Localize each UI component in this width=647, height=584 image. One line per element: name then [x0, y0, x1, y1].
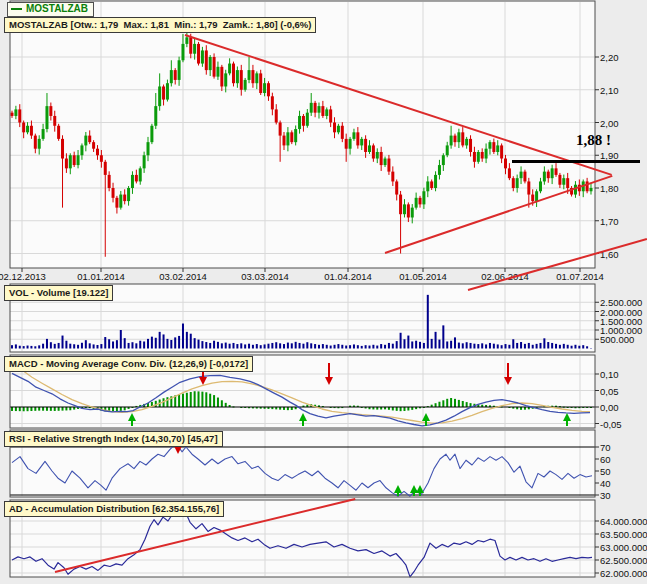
- ad-tick-label: 62.500.000: [600, 555, 647, 566]
- ad-tick-label: 62.000.000: [600, 568, 647, 579]
- ad-panel-label[interactable]: AD - Accumulation Distribution [62.354.1…: [4, 501, 224, 517]
- macd-tick-label: 0,05: [600, 386, 619, 397]
- date-tick-label: 02.12.2013: [0, 271, 46, 282]
- price-tick-label: 2,10: [600, 85, 619, 96]
- price-tick-label: 2,00: [600, 118, 619, 129]
- date-tick-label: 03.02.2014: [159, 271, 207, 282]
- rsi-tick-label: 50: [600, 466, 611, 477]
- volume-panel-label[interactable]: VOL - Volume [19.122]: [4, 285, 113, 301]
- date-tick-label: 03.03.2014: [241, 271, 289, 282]
- date-tick-label: 01.05.2014: [399, 271, 447, 282]
- rsi-tick-label: 60: [600, 454, 611, 465]
- price-tick-label: 1,70: [600, 216, 619, 227]
- legend-box[interactable]: MOSTALZAB: [7, 2, 94, 17]
- date-tick-label: 01.01.2014: [77, 271, 125, 282]
- price-tick-label: 1,80: [600, 183, 619, 194]
- rsi-tick-label: 40: [600, 478, 611, 489]
- price-alert-annotation: 1,88 !: [545, 132, 611, 149]
- rsi-panel-label[interactable]: RSI - Relative Strength Index (14,30,70)…: [4, 431, 223, 447]
- rsi-tick-label: 30: [600, 490, 611, 501]
- ad-tick-label: 63.500.000: [600, 529, 647, 540]
- price-tick-label: 2,20: [600, 52, 619, 63]
- volume-tick-label: 500.000: [600, 334, 634, 345]
- stock-chart-window: MOSTALZAB MOSTALZAB [Otw.: 1,79 Max.: 1,…: [0, 0, 647, 584]
- ohlc-info-label: MOSTALZAB [Otw.: 1,79 Max.: 1,81 Min.: 1…: [4, 17, 316, 33]
- legend-symbol: MOSTALZAB: [26, 3, 88, 14]
- price-alert-line[interactable]: [512, 160, 640, 163]
- macd-tick-label: -0,05: [600, 419, 622, 430]
- macd-tick-label: 0,00: [600, 402, 619, 413]
- series-line-icon: [11, 8, 22, 10]
- rsi-tick-label: 70: [600, 442, 611, 453]
- ad-tick-label: 63.000.000: [600, 542, 647, 553]
- date-tick-label: 01.04.2014: [324, 271, 372, 282]
- macd-tick-label: 0,10: [600, 369, 619, 380]
- date-tick-label: 01.07.2014: [556, 271, 604, 282]
- macd-panel-label[interactable]: MACD - Moving Average Conv. Div. (12,26,…: [4, 356, 253, 372]
- ad-tick-label: 64.000.000: [600, 516, 647, 527]
